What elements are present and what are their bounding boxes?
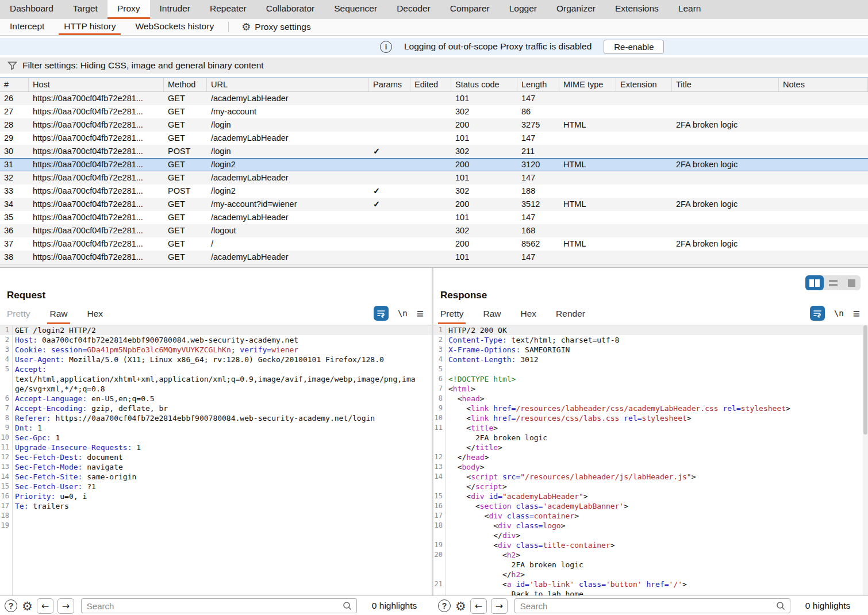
cell-length: 86 (517, 105, 559, 118)
line-number: 10 (0, 433, 12, 443)
menu-tab-extensions[interactable]: Extensions (605, 0, 669, 19)
column-header-mime-type[interactable]: MIME type (559, 78, 616, 91)
code-text: <head> (445, 394, 485, 403)
column-header-length[interactable]: Length (517, 78, 559, 91)
code-line: 11Upgrade-Insecure-Requests: 1 (0, 443, 432, 452)
column-header-params[interactable]: Params (369, 78, 410, 91)
history-row-27[interactable]: 27https://0aa700cf04fb72e281...GET/my-ac… (0, 105, 868, 118)
menu-tab-decoder[interactable]: Decoder (387, 0, 440, 19)
menu-tab-learn[interactable]: Learn (669, 0, 711, 19)
search-settings-gear-icon[interactable]: ⚙ (455, 600, 466, 612)
show-newlines-toggle[interactable]: \n (834, 309, 844, 318)
cell-status: 101 (451, 211, 517, 224)
cell-host: https://0aa700cf04fb72e281... (29, 237, 164, 251)
column-header-status-code[interactable]: Status code (451, 78, 517, 91)
help-icon[interactable]: ? (5, 599, 17, 612)
menu-tab-organizer[interactable]: Organizer (547, 0, 605, 19)
word-wrap-toggle[interactable] (810, 306, 825, 321)
word-wrap-toggle[interactable] (374, 306, 389, 321)
menu-tab-dashboard[interactable]: Dashboard (0, 0, 63, 19)
next-match-button[interactable]: → (57, 598, 74, 614)
column-header-url[interactable]: URL (207, 78, 369, 91)
editor-menu-icon[interactable]: ≡ (853, 308, 860, 320)
request-editor[interactable]: 1GET /login2 HTTP/22Host: 0aa700cf04fb72… (0, 325, 432, 595)
cell-status: 302 (451, 145, 517, 158)
response-tab-raw[interactable]: Raw (483, 307, 501, 323)
history-row-31[interactable]: 31https://0aa700cf04fb72e281...GET/login… (0, 158, 868, 171)
request-tab-hex[interactable]: Hex (87, 307, 103, 323)
history-table-header[interactable]: #HostMethodURLParamsEditedStatus codeLen… (0, 77, 868, 92)
search-input[interactable] (81, 598, 357, 613)
search-input[interactable] (514, 598, 790, 613)
response-scrollbar[interactable] (863, 325, 868, 595)
history-row-32[interactable]: 32https://0aa700cf04fb72e281...GET/acade… (0, 171, 868, 184)
response-tab-render[interactable]: Render (556, 307, 585, 323)
layout-single-button[interactable] (842, 275, 861, 290)
code-text: <div class=logo> (445, 521, 566, 531)
code-line: 7Accept-Encoding: gzip, deflate, br (0, 403, 432, 413)
history-row-34[interactable]: 34https://0aa700cf04fb72e281...GET/my-ac… (0, 198, 868, 211)
cell-url: /academyLabHeader (207, 211, 369, 224)
column-header-notes[interactable]: Notes (779, 78, 868, 91)
editor-menu-icon[interactable]: ≡ (417, 308, 424, 320)
cell-host: https://0aa700cf04fb72e281... (29, 145, 164, 158)
cell-length: 3275 (517, 118, 559, 132)
column-header-host[interactable]: Host (29, 78, 164, 91)
re-enable-button[interactable]: Re-enable (604, 40, 664, 54)
code-line: 14 <script src="/resources/labheader/js/… (433, 472, 868, 482)
history-row-29[interactable]: 29https://0aa700cf04fb72e281...GET/acade… (0, 132, 868, 145)
menu-tab-collaborator[interactable]: Collaborator (256, 0, 324, 19)
layout-rows-button[interactable] (824, 275, 842, 290)
menu-tab-target[interactable]: Target (63, 0, 107, 19)
line-number: 17 (433, 511, 445, 521)
code-line: </h2> (433, 570, 868, 579)
horizontal-splitter[interactable] (0, 264, 868, 268)
history-row-37[interactable]: 37https://0aa700cf04fb72e281...GET/20085… (0, 237, 868, 251)
line-number: 4 (0, 355, 12, 364)
column-header-title[interactable]: Title (672, 78, 779, 91)
menu-tab-logger[interactable]: Logger (500, 0, 547, 19)
scrollbar-thumb[interactable] (863, 325, 867, 435)
prev-match-button[interactable]: ← (470, 598, 487, 614)
cell-num: 27 (0, 105, 29, 118)
layout-columns-button[interactable] (805, 275, 824, 290)
cell-title: 2FA broken logic (672, 198, 779, 211)
menu-tab-comparer[interactable]: Comparer (440, 0, 500, 19)
response-tab-hex[interactable]: Hex (521, 307, 537, 323)
history-row-33[interactable]: 33https://0aa700cf04fb72e281...POST/logi… (0, 184, 868, 198)
response-editor[interactable]: 1HTTP/2 200 OK2Content-Type: text/html; … (433, 325, 868, 595)
help-icon[interactable]: ? (438, 599, 451, 612)
prev-match-button[interactable]: ← (37, 598, 53, 614)
history-row-30[interactable]: 30https://0aa700cf04fb72e281...POST/logi… (0, 145, 868, 158)
subtab-websockets-history[interactable]: WebSockets history (125, 19, 224, 35)
code-line: 2Content-Type: text/html; charset=utf-8 (433, 335, 868, 345)
cell-url: /academyLabHeader (207, 171, 369, 184)
subtab-intercept[interactable]: Intercept (0, 19, 54, 35)
code-line: 19 <div class=title-container> (433, 540, 868, 550)
menu-tab-sequencer[interactable]: Sequencer (324, 0, 387, 19)
next-match-button[interactable]: → (491, 598, 508, 614)
history-row-26[interactable]: 26https://0aa700cf04fb72e281...GET/acade… (0, 92, 868, 105)
column-header-extension[interactable]: Extension (616, 78, 672, 91)
menu-tab-repeater[interactable]: Repeater (200, 0, 256, 19)
code-line: 16Priority: u=0, i (0, 491, 432, 501)
filter-settings-bar[interactable]: Filter settings: Hiding CSS, image and g… (0, 57, 868, 74)
search-settings-gear-icon[interactable]: ⚙ (22, 600, 33, 612)
show-newlines-toggle[interactable]: \n (398, 309, 408, 318)
column-header-num[interactable]: # (0, 78, 29, 91)
cell-title (672, 132, 779, 145)
request-tab-pretty[interactable]: Pretty (7, 307, 30, 323)
history-row-36[interactable]: 36https://0aa700cf04fb72e281...GET/logou… (0, 224, 868, 237)
request-tab-raw[interactable]: Raw (49, 307, 67, 323)
history-row-35[interactable]: 35https://0aa700cf04fb72e281...GET/acade… (0, 211, 868, 224)
history-row-38[interactable]: 38https://0aa700cf04fb72e281...GET/acade… (0, 251, 868, 264)
column-header-method[interactable]: Method (164, 78, 207, 91)
menu-tab-proxy[interactable]: Proxy (107, 0, 150, 19)
column-header-edited[interactable]: Edited (410, 78, 451, 91)
proxy-settings-tab[interactable]: ⚙ Proxy settings (233, 19, 319, 35)
response-tab-pretty[interactable]: Pretty (440, 307, 463, 323)
cell-host: https://0aa700cf04fb72e281... (29, 184, 164, 198)
menu-tab-intruder[interactable]: Intruder (150, 0, 200, 19)
history-row-28[interactable]: 28https://0aa700cf04fb72e281...GET/login… (0, 118, 868, 132)
subtab-http-history[interactable]: HTTP history (54, 19, 125, 35)
